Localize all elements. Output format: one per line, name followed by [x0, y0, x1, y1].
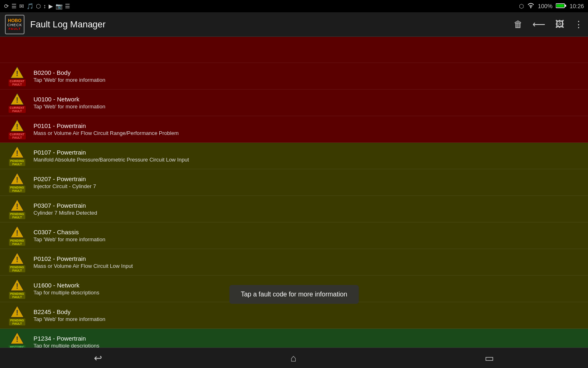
nav-back-button[interactable]: ↩: [94, 352, 102, 364]
delete-button[interactable]: 🗑: [514, 19, 523, 30]
status-icon-1: ⟳: [4, 3, 9, 9]
warning-triangle-icon: !: [10, 278, 24, 292]
svg-text:!: !: [16, 256, 18, 264]
fault-type-label: PENDINGFAULT: [9, 239, 25, 246]
warning-triangle-icon: !: [10, 119, 24, 132]
fault-text: B2245 - Body Tap 'Web' for more informat…: [33, 308, 581, 322]
status-icon-5: ⬡: [36, 3, 41, 9]
fault-description: Manifold Absolute Pressure/Barometric Pr…: [33, 157, 581, 163]
fault-code-title: P0307 - Powertrain: [33, 202, 581, 209]
warning-triangle-icon: !: [10, 172, 24, 185]
fault-text: P0102 - Powertrain Mass or Volume Air Fl…: [33, 255, 581, 269]
list-item[interactable]: ! CURRENTFAULT U0100 - Network Tap 'Web'…: [0, 90, 588, 116]
list-item[interactable]: ! HISTORICFAULT P1234 - Powertrain Tap f…: [0, 329, 588, 348]
status-icon-6: ↕: [43, 3, 46, 9]
fault-description: Cylinder 7 Misfire Detected: [33, 210, 581, 216]
svg-text:!: !: [16, 96, 18, 104]
back-button[interactable]: ⟵: [532, 19, 546, 30]
status-icon-2: ☰: [11, 3, 17, 9]
fault-text: P0107 - Powertrain Manifold Absolute Pre…: [33, 149, 581, 163]
list-item[interactable]: ! PENDINGFAULT P0207 - Powertrain Inject…: [0, 169, 588, 196]
warning-triangle-icon: !: [10, 199, 24, 212]
tooltip-popup: Tap a fault code for more information: [229, 285, 359, 304]
svg-text:!: !: [16, 123, 18, 131]
warning-triangle-icon: !: [10, 305, 24, 318]
svg-point-0: [530, 7, 531, 8]
fault-description: Tap 'Web' for more information: [33, 316, 581, 322]
battery-icon: [556, 3, 566, 10]
fault-type-label: PENDINGFAULT: [9, 186, 25, 193]
fault-code-title: P0207 - Powertrain: [33, 175, 581, 182]
bluetooth-icon: ⬡: [519, 3, 524, 9]
list-item[interactable]: ! PENDINGFAULT P0102 - Powertrain Mass o…: [0, 249, 588, 276]
status-icon-9: ☰: [65, 3, 70, 9]
list-item[interactable]: ! CURRENTFAULT B0200 - Body Tap 'Web' fo…: [0, 63, 588, 90]
nav-recent-button[interactable]: ▭: [485, 352, 494, 364]
fault-text: C0307 - Chassis Tap 'Web' for more infor…: [33, 229, 581, 242]
fault-text: B0200 - Body Tap 'Web' for more informat…: [33, 69, 581, 83]
status-icons-right: ⬡ 100% 10:26: [519, 3, 584, 10]
header-actions: 🗑 ⟵ 🖼 ⋮: [514, 19, 583, 30]
fault-badge-pending: ! PENDINGFAULT: [7, 305, 28, 325]
fault-type-label: PENDINGFAULT: [9, 292, 25, 299]
fault-type-label: PENDINGFAULT: [9, 212, 25, 219]
warning-triangle-icon: !: [10, 252, 24, 265]
fault-code-title: P1234 - Powertrain: [33, 335, 581, 342]
status-icon-7: ▶: [49, 3, 53, 9]
fault-code-title: B0200 - Body: [33, 69, 581, 76]
fault-code-title: P0101 - Powertrain: [33, 122, 581, 129]
nav-home-button[interactable]: ⌂: [290, 352, 296, 364]
fault-type-label: PENDINGFAULT: [9, 265, 25, 272]
page-title: Fault Log Manager: [30, 19, 514, 30]
time-display: 10:26: [570, 3, 584, 9]
status-bar: ⟳ ☰ ✉ 🎵 ⬡ ↕ ▶ 📷 ☰ ⬡ 100% 10:26: [0, 0, 588, 12]
fault-badge-current: ! CURRENTFAULT: [7, 66, 28, 86]
svg-text:!: !: [16, 176, 18, 184]
logo-hobo-text: HOBO: [8, 18, 22, 23]
fault-badge-pending: ! PENDINGFAULT: [7, 252, 28, 272]
svg-text:!: !: [16, 229, 18, 237]
list-item[interactable]: ! PENDINGFAULT C0307 - Chassis Tap 'Web'…: [0, 222, 588, 249]
fault-code-title: B2245 - Body: [33, 308, 581, 315]
fault-description: Tap 'Web' for more information: [33, 103, 581, 110]
fault-badge-pending: ! PENDINGFAULT: [7, 279, 28, 298]
fault-description: Tap for multiple descriptions: [33, 343, 581, 348]
svg-text:!: !: [16, 70, 18, 78]
logo-check-text: CHECK: [7, 23, 22, 27]
app-logo: HOBO CHECK FAULT: [5, 15, 24, 34]
list-item[interactable]: ! PENDINGFAULT B2245 - Body Tap 'Web' fo…: [0, 302, 588, 329]
fault-description: Mass or Volume Air Flow Circuit Range/Pe…: [33, 130, 581, 136]
bottom-navigation: ↩ ⌂ ▭: [0, 348, 588, 368]
fault-description: Injector Circuit - Cylinder 7: [33, 183, 581, 189]
fault-item-partial[interactable]: [0, 37, 588, 63]
fault-badge-current: ! CURRENTFAULT: [7, 93, 28, 112]
warning-triangle-icon: !: [10, 332, 24, 345]
status-icon-8: 📷: [56, 3, 62, 9]
svg-text:!: !: [16, 309, 18, 317]
fault-text: P0307 - Powertrain Cylinder 7 Misfire De…: [33, 202, 581, 216]
svg-text:!: !: [16, 149, 18, 157]
wifi-icon: [527, 3, 535, 10]
status-icon-4: 🎵: [27, 3, 33, 9]
svg-rect-3: [556, 4, 564, 7]
svg-rect-2: [565, 4, 566, 7]
svg-text:!: !: [16, 282, 18, 290]
fault-type-label: CURRENTFAULT: [9, 79, 26, 86]
fault-badge-current: ! CURRENTFAULT: [7, 119, 28, 139]
fault-code-title: U0100 - Network: [33, 96, 581, 103]
fault-type-label: PENDINGFAULT: [9, 159, 25, 166]
more-button[interactable]: ⋮: [574, 19, 583, 30]
fault-text: P0207 - Powertrain Injector Circuit - Cy…: [33, 175, 581, 189]
list-item[interactable]: ! PENDINGFAULT P0307 - Powertrain Cylind…: [0, 196, 588, 222]
fault-badge-pending: ! PENDINGFAULT: [7, 199, 28, 219]
fault-description: Tap 'Web' for more information: [33, 77, 581, 83]
list-item[interactable]: ! CURRENTFAULT P0101 - Powertrain Mass o…: [0, 116, 588, 143]
list-item[interactable]: ! PENDINGFAULT P0107 - Powertrain Manifo…: [0, 143, 588, 169]
image-button[interactable]: 🖼: [555, 19, 564, 30]
fault-type-label: PENDINGFAULT: [9, 319, 25, 325]
warning-triangle-icon: !: [10, 92, 24, 105]
fault-badge-pending: ! PENDINGFAULT: [7, 146, 28, 166]
fault-text: U0100 - Network Tap 'Web' for more infor…: [33, 96, 581, 110]
status-icon-3: ✉: [19, 3, 24, 9]
fault-text: P1234 - Powertrain Tap for multiple desc…: [33, 335, 581, 348]
